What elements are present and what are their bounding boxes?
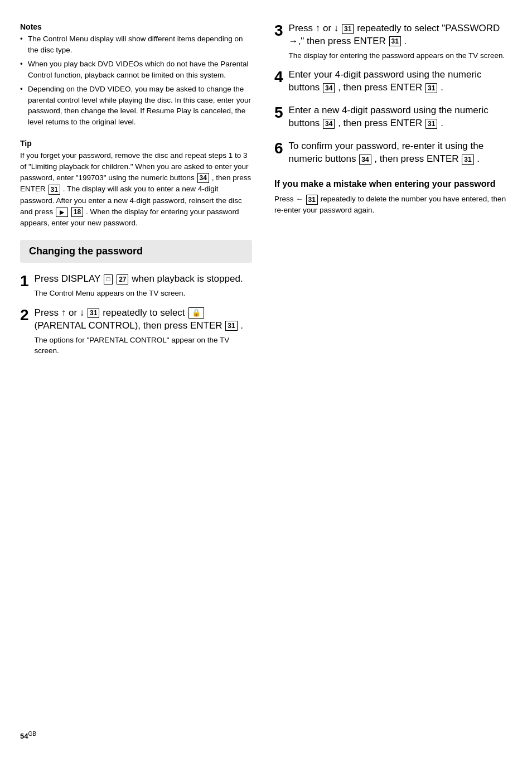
step-3-sub: The display for entering the password ap… — [289, 50, 512, 61]
step-4-number: 4 — [274, 69, 283, 86]
section-box: Changing the password — [20, 240, 252, 263]
step-4: 4 Enter your 4-digit password using the … — [274, 69, 512, 97]
step-5-content: Enter a new 4-digit password using the n… — [289, 104, 512, 132]
note-item-3: Depending on the DVD VIDEO, you may be a… — [20, 84, 252, 127]
section-box-title: Changing the password — [29, 245, 143, 257]
badge-31-step2: 31 — [88, 308, 99, 318]
tip-title: Tip — [20, 139, 252, 148]
step-6-number: 6 — [274, 140, 283, 157]
step-6-main: To confirm your password, re-enter it us… — [289, 140, 512, 166]
step-1-main: Press DISPLAY □ 27 when playback is stop… — [35, 273, 243, 286]
step-3: 3 Press ↑ or ↓ 31 repeatedly to select "… — [274, 22, 512, 61]
badge-34-tip: 34 — [197, 173, 209, 183]
step-4-content: Enter your 4-digit password using the nu… — [289, 69, 512, 97]
step-1: 1 Press DISPLAY □ 27 when playback is st… — [20, 273, 252, 299]
notes-title: Notes — [20, 22, 252, 31]
badge-31-step3b: 31 — [389, 36, 401, 46]
badge-31-step5: 31 — [425, 119, 437, 129]
badge-27: 27 — [117, 274, 128, 285]
badge-31-tip: 31 — [49, 185, 60, 195]
step-6: 6 To confirm your password, re-enter it … — [274, 140, 512, 168]
step-4-main: Enter your 4-digit password using the nu… — [289, 69, 512, 94]
step-2-content: Press ↑ or ↓ 31 repeatedly to select 🔒 (… — [35, 307, 252, 356]
step-2-main: Press ↑ or ↓ 31 repeatedly to select 🔒 (… — [35, 307, 252, 332]
badge-34-step4: 34 — [323, 83, 335, 93]
step-2: 2 Press ↑ or ↓ 31 repeatedly to select 🔒… — [20, 307, 252, 356]
tip-section: Tip If you forget your password, remove … — [20, 139, 252, 229]
play-icon-tip: ▶ — [56, 208, 68, 217]
tip-text: If you forget your password, remove the … — [20, 150, 252, 229]
step-2-sub: The options for "PARENTAL CONTROL" appea… — [35, 335, 252, 356]
step-2-number: 2 — [20, 307, 29, 324]
badge-31-step2b: 31 — [225, 321, 237, 331]
step-5-main: Enter a new 4-digit password using the n… — [289, 104, 512, 130]
badge-31-step4: 31 — [425, 83, 437, 93]
step-3-content: Press ↑ or ↓ 31 repeatedly to select "PA… — [289, 22, 512, 61]
step-3-number: 3 — [274, 22, 283, 40]
note-item-1: The Control Menu display will show diffe… — [20, 33, 252, 55]
step-5-number: 5 — [274, 104, 283, 122]
step-3-main: Press ↑ or ↓ 31 repeatedly to select "PA… — [289, 22, 512, 48]
badge-31-mistake: 31 — [306, 195, 318, 205]
mistake-title: If you make a mistake when entering your… — [274, 179, 512, 189]
step-5: 5 Enter a new 4-digit password using the… — [274, 104, 512, 132]
notes-list: The Control Menu display will show diffe… — [20, 33, 252, 128]
parental-icon-step2: 🔒 — [188, 307, 204, 319]
page: Notes The Control Menu display will show… — [0, 0, 532, 757]
step-1-content: Press DISPLAY □ 27 when playback is stop… — [35, 273, 243, 299]
notes-section: Notes The Control Menu display will show… — [20, 22, 252, 128]
step-1-number: 1 — [20, 273, 29, 290]
step-6-content: To confirm your password, re-enter it us… — [289, 140, 512, 168]
note-item-2: When you play back DVD VIDEOs which do n… — [20, 59, 252, 80]
display-icon-1: □ — [104, 274, 113, 285]
badge-31-step3: 31 — [342, 24, 354, 34]
badge-18-tip: 18 — [71, 207, 83, 217]
mistake-text: Press ← 31 repeatedly to delete the numb… — [274, 194, 512, 216]
badge-34-step6: 34 — [359, 155, 371, 165]
right-column: 3 Press ↑ or ↓ 31 repeatedly to select "… — [265, 22, 512, 735]
badge-34-step5: 34 — [323, 119, 335, 129]
step-1-sub: The Control Menu appears on the TV scree… — [35, 288, 243, 299]
page-number: 54GB — [20, 731, 36, 740]
mistake-section: If you make a mistake when entering your… — [274, 179, 512, 216]
left-column: Notes The Control Menu display will show… — [20, 22, 265, 735]
badge-31-step6: 31 — [462, 155, 473, 165]
